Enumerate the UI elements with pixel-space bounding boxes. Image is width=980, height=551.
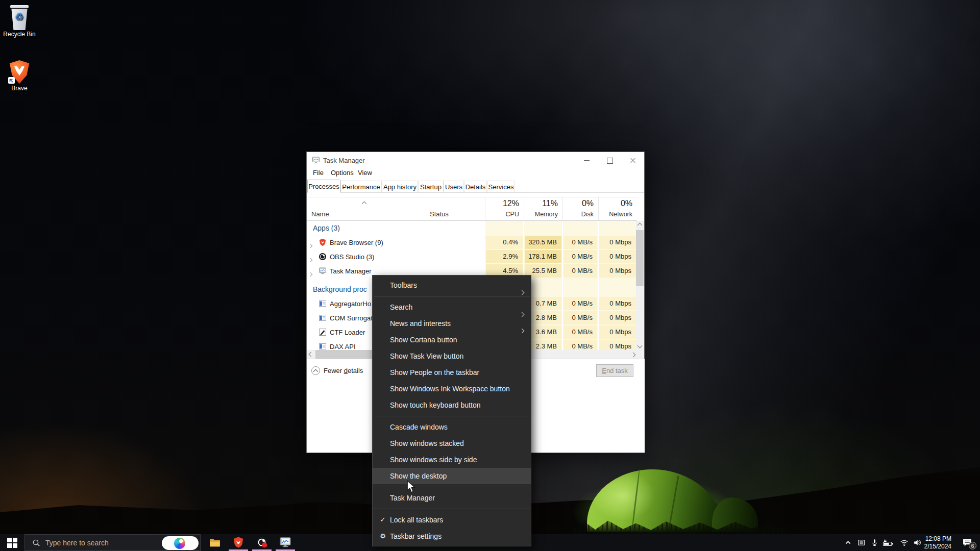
process-row[interactable]: OBS Studio (3)2.9%178.1 MB0 MB/s0 Mbps (307, 249, 637, 264)
disk-value-cell: 0 MB/s (564, 297, 597, 310)
gear-icon: ⚙ (378, 528, 388, 544)
menu-item-label: Show Windows Ink Workspace button (390, 381, 510, 397)
menu-item-task-manager[interactable]: Task Manager (373, 490, 531, 506)
minimize-icon (584, 160, 590, 161)
recycle-symbol-icon: ♻ (9, 11, 30, 22)
tab-services[interactable]: Services (487, 181, 515, 192)
tab-app-history[interactable]: App history (382, 181, 418, 192)
process-name: CTF Loader (330, 329, 365, 336)
process-row[interactable]: Brave Browser (9)0.4%320.5 MB0 MB/s0 Mbp… (307, 235, 637, 249)
scroll-left-icon[interactable] (307, 350, 315, 359)
search-icon (32, 539, 41, 549)
menu-item-lock-all-taskbars[interactable]: ✓Lock all taskbars (373, 512, 531, 528)
menu-file[interactable]: File (313, 169, 324, 177)
expander-chevron-icon[interactable] (309, 269, 312, 278)
desktop-icon-label: Brave (0, 85, 39, 92)
net-value-cell: 0 Mbps (599, 250, 636, 263)
taskbar-app-file-explorer[interactable] (204, 534, 226, 551)
net-value-cell: 0 Mbps (599, 236, 636, 249)
copilot-icon (174, 538, 185, 549)
task-manager-app-icon (312, 156, 320, 166)
menu-item-toolbars[interactable]: Toolbars (373, 277, 531, 293)
tab-users[interactable]: Users (444, 181, 464, 192)
expander-chevron-icon[interactable] (309, 255, 312, 264)
tray-chevron-up-icon[interactable] (844, 538, 852, 547)
menu-item-label: Taskbar settings (390, 528, 442, 544)
net-value-cell: 0 Mbps (599, 340, 636, 350)
search-placeholder: Type here to search (45, 539, 109, 547)
group-header[interactable]: Apps (3) (307, 221, 637, 235)
vertical-scrollbar[interactable] (636, 221, 644, 350)
expander-chevron-icon[interactable] (309, 240, 312, 249)
menu-item-label: Show People on the taskbar (390, 364, 479, 381)
copilot-button[interactable] (162, 536, 199, 550)
menu-separator (374, 487, 530, 487)
menu-item-show-windows-side-by-side[interactable]: Show windows side by side (373, 452, 531, 468)
maximize-button[interactable] (598, 152, 621, 168)
net-value-cell: 0 Mbps (599, 264, 636, 278)
column-name[interactable]: Name (311, 210, 329, 218)
taskbar-app-task-manager[interactable] (274, 534, 297, 551)
tab-performance[interactable]: Performance (340, 181, 382, 192)
column-status[interactable]: Status (430, 210, 449, 218)
group-header-label: Apps (3) (313, 224, 340, 232)
clock-date: 2/15/2024 (911, 543, 951, 550)
column-header-row: Name Status 12% CPU 11% Memory 0% Disk 0… (307, 197, 637, 221)
title-bar[interactable]: Task Manager (307, 152, 644, 168)
minimize-button[interactable] (575, 152, 598, 168)
process-name: AggregatorHo (330, 300, 371, 308)
memory-total: 11% (542, 199, 558, 208)
mem-value-cell: 178.1 MB (525, 250, 561, 263)
disk-value-cell: 0 MB/s (564, 325, 597, 339)
sort-ascending-icon (362, 198, 366, 203)
menu-item-label: Show windows stacked (390, 435, 464, 452)
tray-wifi-icon[interactable] (900, 538, 909, 547)
tray-microphone-icon[interactable] (870, 538, 879, 547)
end-task-button[interactable]: End task (596, 364, 633, 377)
menu-item-show-people-on-the-taskbar[interactable]: Show People on the taskbar (373, 364, 531, 381)
group-header-label: Background proc (313, 285, 367, 293)
cpu-total: 12% (503, 199, 519, 208)
column-memory[interactable]: 11% Memory (524, 197, 562, 220)
tray-touchpad-icon[interactable] (857, 538, 866, 547)
tray-clock[interactable]: 12:08 PM 2/15/2024 (911, 535, 951, 550)
menu-item-show-task-view-button[interactable]: Show Task View button (373, 348, 531, 364)
menu-item-show-touch-keyboard-button[interactable]: Show touch keyboard button (373, 397, 531, 413)
menu-view[interactable]: View (358, 169, 372, 177)
mem-value-cell: 320.5 MB (525, 236, 561, 249)
menu-item-cascade-windows[interactable]: Cascade windows (373, 419, 531, 435)
column-network[interactable]: 0% Network (598, 197, 637, 220)
scroll-down-icon[interactable] (636, 341, 644, 350)
taskbar-app-obs-studio[interactable] (251, 534, 273, 551)
notification-center-button[interactable]: 6 (962, 538, 973, 547)
menu-item-label: News and interests (390, 315, 451, 332)
start-button[interactable] (0, 534, 24, 551)
tab-startup[interactable]: Startup (418, 181, 444, 192)
column-disk[interactable]: 0% Disk (562, 197, 598, 220)
generic-process-icon (318, 299, 327, 308)
vertical-scroll-thumb[interactable] (636, 230, 644, 286)
menu-separator (374, 296, 530, 296)
menu-item-show-cortana-button[interactable]: Show Cortana button (373, 332, 531, 348)
clock-time: 12:08 PM (911, 535, 951, 543)
menu-item-show-the-desktop[interactable]: Show the desktop (373, 468, 531, 484)
tray-battery-charging-icon[interactable] (882, 538, 894, 547)
close-button[interactable] (621, 152, 644, 168)
tab-processes[interactable]: Processes (307, 180, 340, 193)
desktop-icon-brave[interactable]: Brave (0, 60, 39, 92)
menu-item-show-windows-stacked[interactable]: Show windows stacked (373, 435, 531, 452)
menu-item-news-and-interests[interactable]: News and interests (373, 315, 531, 332)
taskbar-search-input[interactable]: Type here to search (24, 534, 201, 551)
disk-value-cell: 0 MB/s (564, 311, 597, 324)
scroll-up-icon[interactable] (636, 221, 644, 230)
tab-details[interactable]: Details (464, 181, 487, 192)
desktop-icon-recycle-bin[interactable]: ♻ Recycle Bin (0, 4, 39, 38)
cpu-value-cell: 0.4% (486, 236, 523, 249)
menu-item-taskbar-settings[interactable]: ⚙Taskbar settings (373, 528, 531, 544)
column-cpu[interactable]: 12% CPU (485, 197, 524, 220)
menu-item-show-windows-ink-workspace-button[interactable]: Show Windows Ink Workspace button (373, 381, 531, 397)
menu-options[interactable]: Options (331, 169, 354, 177)
taskbar-app-brave[interactable] (227, 534, 250, 551)
menu-item-search[interactable]: Search (373, 299, 531, 315)
menu-item-label: Cascade windows (390, 419, 448, 435)
